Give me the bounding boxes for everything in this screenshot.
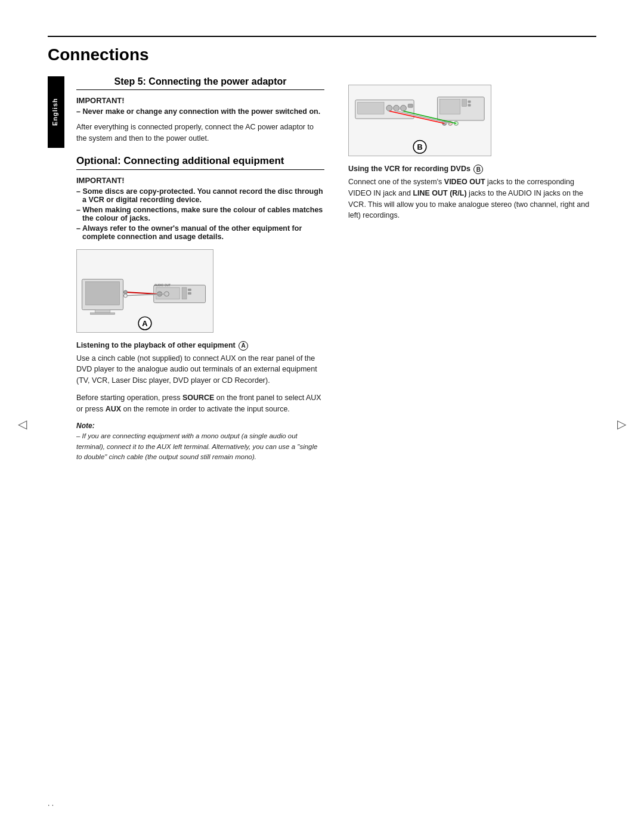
video-out-bold: VIDEO OUT xyxy=(444,178,485,186)
content-area: Step 5: Connecting the power adaptor IMP… xyxy=(64,76,596,462)
diagram-a-svg: AUDIO OUT A xyxy=(77,250,213,332)
vcr-body: Connect one of the system's VIDEO OUT ja… xyxy=(348,176,596,221)
line-out-bold: LINE OUT (R/L) xyxy=(413,189,466,197)
svg-rect-21 xyxy=(439,100,460,114)
step5-body: After everything is connected properly, … xyxy=(76,122,324,144)
svg-rect-7 xyxy=(188,289,191,291)
step5-bullet-1: Never make or change any connection with… xyxy=(76,107,324,116)
optional-heading: Optional: Connecting additional equipmen… xyxy=(76,155,324,170)
svg-rect-22 xyxy=(462,100,467,107)
diagram-b: B xyxy=(348,85,491,156)
language-tab: English xyxy=(48,76,64,148)
svg-rect-1 xyxy=(85,281,119,305)
optional-bullet-3: Always refer to the owner's manual of th… xyxy=(76,224,324,241)
optional-bullets: Some discs are copy-protected. You canno… xyxy=(76,187,324,241)
svg-text:B: B xyxy=(417,143,422,151)
svg-text:A: A xyxy=(142,319,147,328)
svg-point-30 xyxy=(386,105,392,111)
right-column: B Using the VCR for recording DVDs B Con… xyxy=(342,76,596,462)
listening-circle: A xyxy=(239,341,248,351)
optional-bullet-2: When making connections, make sure the c… xyxy=(76,206,324,222)
note-section: Note: – If you are connecting equipment … xyxy=(76,422,324,462)
step5-bullets: Never make or change any connection with… xyxy=(76,107,324,116)
source-bold: SOURCE xyxy=(182,394,214,402)
vcr-circle: B xyxy=(473,165,483,174)
svg-rect-24 xyxy=(468,104,471,106)
page-number: · · xyxy=(48,801,54,809)
note-label: Note: xyxy=(76,422,324,430)
listening-heading: Listening to the playback of other equip… xyxy=(76,341,324,351)
optional-important-label: IMPORTANT! xyxy=(76,176,324,185)
svg-rect-3 xyxy=(90,312,114,314)
page-container: Connections English Step 5: Connecting t… xyxy=(0,0,644,833)
svg-point-32 xyxy=(401,105,407,111)
listening-body2: Before starting operation, press SOURCE … xyxy=(76,392,324,415)
svg-rect-2 xyxy=(95,309,110,312)
top-rule xyxy=(48,36,596,37)
svg-point-17 xyxy=(124,293,128,297)
main-layout: English Step 5: Connecting the power ada… xyxy=(48,76,596,462)
listening-body1: Use a cinch cable (not supplied) to conn… xyxy=(76,353,324,386)
left-column: Step 5: Connecting the power adaptor IMP… xyxy=(64,76,324,462)
svg-point-16 xyxy=(124,290,128,294)
step5-important-label: IMPORTANT! xyxy=(76,96,324,105)
svg-rect-29 xyxy=(358,103,384,114)
svg-rect-8 xyxy=(188,292,191,294)
nav-arrow-left[interactable]: ◁ xyxy=(18,417,27,431)
optional-bullet-1: Some discs are copy-protected. You canno… xyxy=(76,187,324,204)
note-text: – If you are connecting equipment with a… xyxy=(76,431,324,462)
svg-text:AUDIO OUT: AUDIO OUT xyxy=(154,284,171,287)
diagram-a: AUDIO OUT A xyxy=(76,249,213,333)
diagram-b-svg: B xyxy=(349,85,491,156)
svg-rect-23 xyxy=(468,101,471,103)
aux-bold: AUX xyxy=(106,405,121,413)
svg-rect-33 xyxy=(408,104,413,107)
svg-line-13 xyxy=(125,292,157,293)
nav-arrow-right[interactable]: ▷ xyxy=(617,417,626,431)
vcr-heading: Using the VCR for recording DVDs B xyxy=(348,165,596,174)
svg-rect-6 xyxy=(182,287,187,299)
svg-point-12 xyxy=(165,291,169,296)
page-title: Connections xyxy=(48,45,596,64)
step5-heading: Step 5: Connecting the power adaptor xyxy=(76,76,324,90)
svg-point-31 xyxy=(394,105,400,111)
